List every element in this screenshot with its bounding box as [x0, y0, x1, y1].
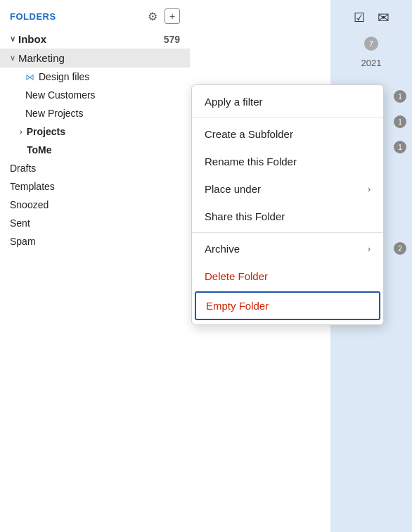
compose-icon[interactable]: ✉: [373, 7, 394, 28]
folder-item-new-projects[interactable]: New Projects: [0, 104, 190, 122]
folder-item-tome[interactable]: ToMe: [0, 141, 190, 159]
folder-item-snoozed[interactable]: Snoozed: [0, 196, 190, 214]
menu-item-label: Apply a filter: [205, 96, 263, 108]
menu-item-archive[interactable]: Archive ›: [192, 235, 383, 262]
folder-count: 579: [164, 34, 180, 45]
folder-item-spam[interactable]: Spam: [0, 232, 190, 251]
menu-divider-2: [192, 232, 383, 233]
chevron-right-icon: ›: [368, 184, 371, 194]
folder-item-drafts[interactable]: Drafts: [0, 159, 190, 177]
folder-item-new-customers[interactable]: New Customers: [0, 86, 190, 104]
folder-item-inbox[interactable]: ∨ Inbox 579: [0, 30, 190, 49]
menu-item-share-folder[interactable]: Share this Folder: [192, 203, 383, 230]
folder-item-marketing[interactable]: ∨ Marketing: [0, 49, 190, 68]
menu-item-create-subfolder[interactable]: Create a Subfolder: [192, 120, 383, 148]
menu-item-label: Share this Folder: [205, 210, 285, 222]
menu-item-rename-folder[interactable]: Rename this Folder: [192, 148, 383, 175]
email-badge-4: 2: [394, 242, 406, 255]
folder-label: Marketing: [18, 52, 65, 64]
folder-label: Spam: [10, 236, 36, 247]
context-menu: Apply a filter Create a Subfolder Rename…: [191, 84, 384, 325]
menu-item-label: Delete Folder: [205, 270, 268, 282]
folder-label: Inbox: [18, 33, 46, 45]
folders-title: FOLDERS: [10, 11, 56, 22]
menu-item-delete-folder[interactable]: Delete Folder: [192, 262, 383, 290]
menu-item-label: Rename this Folder: [205, 156, 297, 167]
folder-list: ∨ Inbox 579 ∨ Marketing ⋈ Design files N…: [0, 30, 190, 251]
email-badge-1: 1: [394, 90, 406, 103]
menu-item-label: Create a Subfolder: [205, 128, 293, 140]
year-label: 2021: [361, 58, 382, 68]
chevron-icon: ›: [20, 127, 22, 136]
folder-item-sent[interactable]: Sent: [0, 214, 190, 232]
folders-header: FOLDERS ⚙ +: [0, 0, 190, 30]
notification-badge: 7: [364, 37, 378, 51]
folder-item-templates[interactable]: Templates: [0, 177, 190, 196]
email-badge-2: 1: [394, 115, 406, 128]
folder-item-projects[interactable]: › Projects: [0, 122, 190, 141]
menu-item-label: Empty Folder: [206, 300, 269, 312]
menu-item-place-under[interactable]: Place under ›: [192, 175, 383, 203]
add-folder-icon[interactable]: +: [165, 8, 180, 24]
right-icon-row: ☑ ✉: [349, 7, 394, 28]
chevron-right-icon: ›: [368, 244, 371, 254]
folder-item-design-files[interactable]: ⋈ Design files: [0, 68, 190, 86]
folder-label: Drafts: [10, 163, 36, 174]
menu-item-label: Archive: [205, 243, 240, 255]
folder-label: New Customers: [25, 89, 96, 101]
menu-item-label: Place under: [205, 183, 261, 195]
chevron-icon: ∨: [10, 53, 15, 63]
menu-item-apply-filter[interactable]: Apply a filter: [192, 88, 383, 115]
folder-label: Design files: [39, 71, 89, 82]
left-panel: FOLDERS ⚙ + ∨ Inbox 579 ∨ Marketing ⋈ De…: [0, 0, 190, 532]
header-icons: ⚙ +: [145, 8, 180, 24]
folder-label: New Projects: [25, 108, 83, 119]
folder-label: Templates: [10, 181, 55, 192]
folder-label: Projects: [27, 126, 65, 137]
gear-icon[interactable]: ⚙: [145, 8, 160, 24]
folder-label: ToMe: [27, 144, 52, 156]
checkbox-icon[interactable]: ☑: [349, 7, 370, 28]
folder-label: Sent: [10, 217, 30, 229]
menu-divider-1: [192, 118, 383, 118]
email-badge-3: 1: [394, 141, 406, 153]
share-icon: ⋈: [25, 72, 34, 82]
folder-label: Snoozed: [10, 199, 49, 210]
chevron-icon: ∨: [10, 34, 15, 44]
menu-item-empty-folder[interactable]: Empty Folder: [195, 291, 380, 320]
